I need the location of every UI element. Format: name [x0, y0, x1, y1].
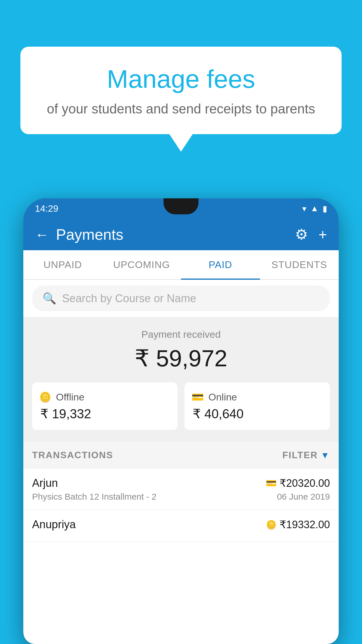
- bubble-subtitle: of your students and send receipts to pa…: [44, 101, 318, 117]
- card-icon: 💳: [191, 391, 204, 403]
- tab-upcoming[interactable]: UPCOMING: [102, 250, 181, 279]
- transaction-amount: 💳 ₹20320.00: [266, 477, 330, 489]
- phone-time: 14:29: [35, 203, 58, 214]
- search-icon: 🔍: [43, 292, 56, 305]
- offline-amount: ₹ 19,332: [39, 406, 91, 421]
- amount-value: ₹20320.00: [280, 477, 330, 489]
- online-card-header: 💳 Online: [191, 391, 237, 403]
- student-name: Arjun: [32, 477, 58, 489]
- student-name: Anupriya: [32, 518, 76, 531]
- tab-students[interactable]: STUDENTS: [260, 250, 339, 279]
- offline-card-header: 🪙 Offline: [39, 391, 85, 403]
- bubble-title: Manage fees: [44, 64, 318, 94]
- payment-summary: Payment received ₹ 59,972 🪙 Offline ₹ 19…: [23, 317, 339, 442]
- add-button[interactable]: +: [319, 226, 327, 243]
- offline-card: 🪙 Offline ₹ 19,332: [32, 382, 178, 430]
- row-top: Anupriya 🪙 ₹19332.00: [32, 518, 330, 531]
- signal-icon: ▲: [310, 204, 319, 213]
- filter-text: FILTER: [282, 450, 318, 461]
- online-amount: ₹ 40,640: [191, 406, 244, 421]
- settings-button[interactable]: ⚙: [295, 226, 308, 243]
- phone-notch: [164, 198, 198, 214]
- wifi-icon: ▾: [302, 204, 306, 214]
- filter-icon: ▼: [321, 450, 330, 460]
- cash-payment-icon: 🪙: [266, 519, 277, 530]
- app-screen: ← Payments ⚙ + UNPAID UPCOMING PAID STUD…: [23, 219, 339, 644]
- payment-cards: 🪙 Offline ₹ 19,332 💳 Online ₹ 40,640: [32, 382, 330, 430]
- bubble-tail: [169, 134, 193, 152]
- tab-unpaid[interactable]: UNPAID: [23, 250, 102, 279]
- course-name: Physics Batch 12 Installment - 2: [32, 492, 157, 502]
- phone-frame: 14:29 ▾ ▲ ▮ ← Payments ⚙ + UNPAID UPCOMI…: [23, 198, 339, 644]
- search-bar[interactable]: 🔍 Search by Course or Name: [32, 286, 330, 311]
- header-left: ← Payments: [35, 226, 123, 243]
- battery-icon: ▮: [323, 204, 327, 214]
- transaction-list: Arjun 💳 ₹20320.00 Physics Batch 12 Insta…: [23, 469, 339, 644]
- search-container: 🔍 Search by Course or Name: [23, 280, 339, 317]
- card-payment-icon: 💳: [266, 478, 277, 488]
- transaction-amount: 🪙 ₹19332.00: [266, 519, 330, 531]
- tabs-bar: UNPAID UPCOMING PAID STUDENTS: [23, 250, 339, 280]
- transaction-date: 06 June 2019: [277, 492, 330, 502]
- payment-received-label: Payment received: [32, 329, 330, 340]
- filter-button[interactable]: FILTER ▼: [282, 450, 330, 461]
- header-right: ⚙ +: [295, 226, 327, 243]
- cash-icon: 🪙: [39, 391, 51, 403]
- table-row: Arjun 💳 ₹20320.00 Physics Batch 12 Insta…: [23, 469, 339, 510]
- page-title: Payments: [56, 226, 123, 243]
- online-label: Online: [208, 391, 237, 403]
- offline-label: Offline: [56, 391, 85, 403]
- search-input[interactable]: Search by Course or Name: [62, 292, 196, 305]
- speech-bubble-section: Manage fees of your students and send re…: [20, 47, 342, 152]
- online-card: 💳 Online ₹ 40,640: [184, 382, 330, 430]
- row-bottom: Physics Batch 12 Installment - 2 06 June…: [32, 492, 330, 502]
- status-bar: 14:29 ▾ ▲ ▮: [23, 198, 339, 219]
- status-icons: ▾ ▲ ▮: [302, 204, 327, 214]
- table-row: Anupriya 🪙 ₹19332.00: [23, 510, 339, 542]
- row-top: Arjun 💳 ₹20320.00: [32, 477, 330, 489]
- speech-bubble: Manage fees of your students and send re…: [20, 47, 342, 134]
- back-button[interactable]: ←: [35, 227, 49, 243]
- transactions-label: TRANSACTIONS: [32, 450, 113, 461]
- transactions-header: TRANSACTIONS FILTER ▼: [23, 442, 339, 469]
- app-header: ← Payments ⚙ +: [23, 219, 339, 250]
- tab-paid[interactable]: PAID: [181, 250, 260, 279]
- amount-value: ₹19332.00: [280, 519, 330, 531]
- payment-total-amount: ₹ 59,972: [32, 345, 330, 372]
